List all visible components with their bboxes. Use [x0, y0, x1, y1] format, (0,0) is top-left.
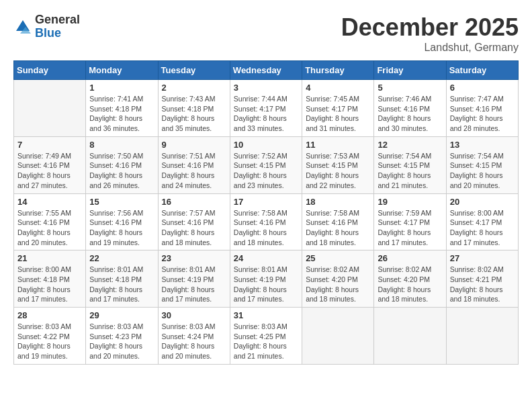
calendar-cell: 6Sunrise: 7:47 AMSunset: 4:16 PMDaylight… — [446, 80, 518, 137]
day-number: 26 — [378, 253, 442, 263]
day-info: Sunrise: 7:46 AMSunset: 4:16 PMDaylight:… — [378, 94, 442, 134]
day-info: Sunrise: 8:03 AMSunset: 4:25 PMDaylight:… — [234, 322, 298, 361]
calendar-cell: 4Sunrise: 7:45 AMSunset: 4:17 PMDaylight… — [302, 80, 374, 137]
day-number: 28 — [17, 310, 82, 320]
day-info: Sunrise: 7:58 AMSunset: 4:16 PMDaylight:… — [234, 208, 298, 248]
day-info: Sunrise: 8:03 AMSunset: 4:22 PMDaylight:… — [17, 322, 82, 361]
day-number: 16 — [162, 197, 226, 207]
day-number: 21 — [17, 253, 82, 263]
calendar-cell: 15Sunrise: 7:56 AMSunset: 4:16 PMDayligh… — [86, 193, 158, 250]
day-number: 5 — [378, 83, 442, 93]
day-info: Sunrise: 7:49 AMSunset: 4:16 PMDaylight:… — [17, 151, 82, 191]
day-number: 9 — [162, 140, 226, 150]
day-info: Sunrise: 8:03 AMSunset: 4:23 PMDaylight:… — [89, 322, 154, 361]
logo-general: General — [35, 13, 80, 27]
day-info: Sunrise: 7:51 AMSunset: 4:16 PMDaylight:… — [162, 151, 226, 191]
calendar-cell — [14, 80, 86, 137]
logo-icon — [13, 17, 32, 36]
day-info: Sunrise: 8:02 AMSunset: 4:21 PMDaylight:… — [450, 265, 515, 304]
day-info: Sunrise: 7:52 AMSunset: 4:15 PMDaylight:… — [234, 151, 298, 191]
day-info: Sunrise: 7:56 AMSunset: 4:16 PMDaylight:… — [89, 208, 154, 248]
day-info: Sunrise: 7:57 AMSunset: 4:16 PMDaylight:… — [162, 208, 226, 248]
day-number: 27 — [450, 253, 515, 263]
day-number: 31 — [234, 310, 298, 320]
day-number: 2 — [162, 83, 226, 93]
weekday-header: Tuesday — [158, 61, 230, 80]
calendar-cell: 26Sunrise: 8:02 AMSunset: 4:20 PMDayligh… — [374, 250, 446, 308]
calendar-cell: 29Sunrise: 8:03 AMSunset: 4:23 PMDayligh… — [86, 308, 158, 365]
day-info: Sunrise: 8:00 AMSunset: 4:17 PMDaylight:… — [450, 208, 515, 248]
calendar-cell: 18Sunrise: 7:58 AMSunset: 4:16 PMDayligh… — [302, 193, 374, 250]
day-info: Sunrise: 7:43 AMSunset: 4:18 PMDaylight:… — [162, 94, 226, 134]
day-number: 12 — [378, 140, 442, 150]
weekday-header: Sunday — [14, 61, 86, 80]
day-number: 19 — [378, 197, 442, 207]
day-info: Sunrise: 7:44 AMSunset: 4:17 PMDaylight:… — [234, 94, 298, 134]
day-info: Sunrise: 7:59 AMSunset: 4:17 PMDaylight:… — [378, 208, 442, 248]
day-number: 20 — [450, 197, 515, 207]
calendar-cell: 11Sunrise: 7:53 AMSunset: 4:15 PMDayligh… — [302, 136, 374, 193]
calendar-cell: 24Sunrise: 8:01 AMSunset: 4:19 PMDayligh… — [230, 250, 302, 308]
day-info: Sunrise: 8:02 AMSunset: 4:20 PMDaylight:… — [378, 265, 442, 304]
calendar-cell: 16Sunrise: 7:57 AMSunset: 4:16 PMDayligh… — [158, 193, 230, 250]
day-number: 25 — [306, 253, 370, 263]
calendar-cell: 23Sunrise: 8:01 AMSunset: 4:19 PMDayligh… — [158, 250, 230, 308]
day-number: 8 — [89, 140, 154, 150]
weekday-header: Monday — [86, 61, 158, 80]
day-number: 22 — [89, 253, 154, 263]
day-number: 18 — [306, 197, 370, 207]
day-info: Sunrise: 7:41 AMSunset: 4:18 PMDaylight:… — [89, 94, 154, 134]
location: Landshut, Germany — [341, 42, 519, 54]
page-header: General Blue December 2025 Landshut, Ger… — [13, 13, 519, 54]
day-info: Sunrise: 7:55 AMSunset: 4:16 PMDaylight:… — [17, 208, 82, 248]
calendar-cell: 3Sunrise: 7:44 AMSunset: 4:17 PMDaylight… — [230, 80, 302, 137]
day-number: 3 — [234, 83, 298, 93]
calendar-cell: 17Sunrise: 7:58 AMSunset: 4:16 PMDayligh… — [230, 193, 302, 250]
day-info: Sunrise: 7:58 AMSunset: 4:16 PMDaylight:… — [306, 208, 370, 248]
day-number: 4 — [306, 83, 370, 93]
day-number: 13 — [450, 140, 515, 150]
day-number: 29 — [89, 310, 154, 320]
logo-text: General Blue — [35, 13, 80, 40]
calendar-cell: 22Sunrise: 8:01 AMSunset: 4:18 PMDayligh… — [86, 250, 158, 308]
day-info: Sunrise: 7:53 AMSunset: 4:15 PMDaylight:… — [306, 151, 370, 191]
logo-blue: Blue — [35, 27, 80, 40]
calendar-cell: 1Sunrise: 7:41 AMSunset: 4:18 PMDaylight… — [86, 80, 158, 137]
calendar-cell: 20Sunrise: 8:00 AMSunset: 4:17 PMDayligh… — [446, 193, 518, 250]
day-number: 11 — [306, 140, 370, 150]
calendar-cell: 31Sunrise: 8:03 AMSunset: 4:25 PMDayligh… — [230, 308, 302, 365]
weekday-header: Friday — [374, 61, 446, 80]
calendar-cell: 27Sunrise: 8:02 AMSunset: 4:21 PMDayligh… — [446, 250, 518, 308]
calendar-cell — [374, 308, 446, 365]
title-block: December 2025 Landshut, Germany — [341, 13, 519, 54]
svg-marker-0 — [16, 20, 30, 31]
day-number: 24 — [234, 253, 298, 263]
calendar-cell: 7Sunrise: 7:49 AMSunset: 4:16 PMDaylight… — [14, 136, 86, 193]
day-number: 17 — [234, 197, 298, 207]
day-number: 1 — [89, 83, 154, 93]
day-info: Sunrise: 7:47 AMSunset: 4:16 PMDaylight:… — [450, 94, 515, 134]
day-number: 10 — [234, 140, 298, 150]
calendar-cell: 5Sunrise: 7:46 AMSunset: 4:16 PMDaylight… — [374, 80, 446, 137]
day-info: Sunrise: 8:02 AMSunset: 4:20 PMDaylight:… — [306, 265, 370, 304]
day-info: Sunrise: 7:45 AMSunset: 4:17 PMDaylight:… — [306, 94, 370, 134]
calendar-cell: 10Sunrise: 7:52 AMSunset: 4:15 PMDayligh… — [230, 136, 302, 193]
day-info: Sunrise: 8:01 AMSunset: 4:19 PMDaylight:… — [162, 265, 226, 304]
day-info: Sunrise: 8:01 AMSunset: 4:19 PMDaylight:… — [234, 265, 298, 304]
day-number: 15 — [89, 197, 154, 207]
day-info: Sunrise: 8:03 AMSunset: 4:24 PMDaylight:… — [162, 322, 226, 361]
calendar-cell: 2Sunrise: 7:43 AMSunset: 4:18 PMDaylight… — [158, 80, 230, 137]
calendar-cell: 25Sunrise: 8:02 AMSunset: 4:20 PMDayligh… — [302, 250, 374, 308]
weekday-header: Wednesday — [230, 61, 302, 80]
calendar-cell — [446, 308, 518, 365]
calendar-cell: 19Sunrise: 7:59 AMSunset: 4:17 PMDayligh… — [374, 193, 446, 250]
calendar-cell: 12Sunrise: 7:54 AMSunset: 4:15 PMDayligh… — [374, 136, 446, 193]
weekday-header: Saturday — [446, 61, 518, 80]
day-info: Sunrise: 8:01 AMSunset: 4:18 PMDaylight:… — [89, 265, 154, 304]
calendar-table: SundayMondayTuesdayWednesdayThursdayFrid… — [13, 60, 519, 365]
calendar-cell: 13Sunrise: 7:54 AMSunset: 4:15 PMDayligh… — [446, 136, 518, 193]
calendar-cell: 30Sunrise: 8:03 AMSunset: 4:24 PMDayligh… — [158, 308, 230, 365]
day-info: Sunrise: 8:00 AMSunset: 4:18 PMDaylight:… — [17, 265, 82, 304]
day-number: 14 — [17, 197, 82, 207]
calendar-cell: 14Sunrise: 7:55 AMSunset: 4:16 PMDayligh… — [14, 193, 86, 250]
